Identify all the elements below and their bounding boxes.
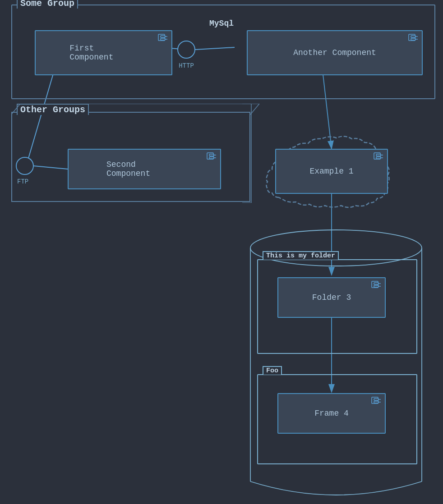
svg-line-21 [250, 104, 259, 115]
svg-rect-31 [376, 154, 381, 156]
http-label: HTTP [177, 62, 195, 69]
svg-rect-32 [376, 157, 381, 159]
folder3-box[interactable]: Folder 3 [277, 277, 386, 318]
ftp-connector[interactable] [16, 157, 34, 175]
frame4-box[interactable]: Frame 4 [277, 393, 386, 434]
component-icon-second [207, 152, 217, 160]
frame4-label: Frame 4 [314, 409, 349, 418]
svg-rect-39 [374, 283, 378, 284]
another-component-box[interactable]: Another Component [247, 30, 423, 75]
svg-rect-40 [374, 285, 378, 287]
mysql-label: MySql [209, 19, 234, 28]
http-connector[interactable] [177, 41, 195, 59]
first-component-label: First Component [69, 44, 138, 62]
svg-rect-10 [161, 36, 165, 37]
component-icon-frame4 [371, 397, 381, 404]
example1-box[interactable]: Example 1 [275, 149, 388, 194]
diagram-canvas: Some Group First Component [0, 0, 443, 504]
svg-rect-16 [411, 38, 415, 40]
folder3-label: Folder 3 [312, 293, 351, 302]
svg-rect-15 [411, 36, 415, 37]
component-icon-example1 [374, 152, 383, 160]
foo-group-label: Foo [263, 366, 282, 375]
second-component-label: Second Component [106, 160, 182, 178]
ftp-label: FTP [17, 178, 28, 185]
svg-rect-45 [374, 401, 378, 403]
component-icon-first [158, 34, 168, 41]
some-group-label: Some Group [17, 0, 78, 9]
first-component-box[interactable]: First Component [35, 30, 172, 75]
svg-rect-26 [209, 154, 214, 156]
svg-rect-27 [209, 157, 214, 159]
another-component-label: Another Component [293, 48, 376, 57]
example1-label: Example 1 [309, 167, 353, 176]
svg-rect-44 [374, 399, 378, 400]
other-groups-label: Other Groups [17, 104, 89, 115]
svg-rect-11 [161, 38, 165, 40]
component-icon-another [408, 34, 418, 41]
folder-group-label: This is my folder [263, 251, 339, 260]
second-component-box[interactable]: Second Component [68, 149, 221, 189]
component-icon-folder3 [371, 281, 381, 288]
